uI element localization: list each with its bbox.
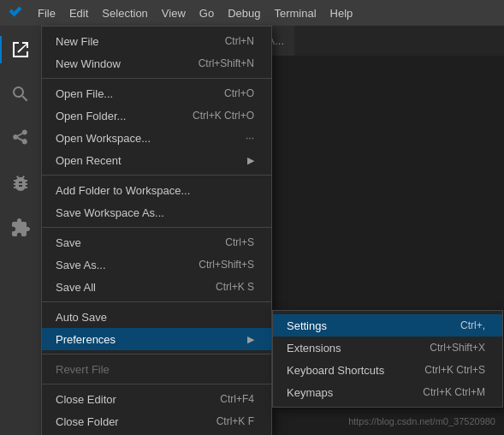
divider-3 <box>42 227 271 228</box>
menu-new-file[interactable]: New File Ctrl+N <box>42 30 271 52</box>
menu-debug[interactable]: Debug <box>221 3 267 23</box>
extensions-label: Extensions <box>287 342 412 355</box>
menu-save-workspace[interactable]: Save Workspace As... <box>42 201 271 223</box>
menu-new-window[interactable]: New Window Ctrl+Shift+N <box>42 52 271 74</box>
revert-file-label: Revert File <box>56 363 254 376</box>
save-label: Save <box>56 236 208 249</box>
url-watermark: https://blog.csdn.net/m0_37520980 <box>348 416 495 426</box>
save-shortcut: Ctrl+S <box>225 236 254 248</box>
divider-4 <box>42 301 271 302</box>
close-folder-label: Close Folder <box>56 415 199 428</box>
menu-preferences[interactable]: Preferences ▶ <box>42 328 271 350</box>
menu-open-folder[interactable]: Open Folder... Ctrl+K Ctrl+O <box>42 104 271 127</box>
new-window-shortcut: Ctrl+Shift+N <box>199 57 254 69</box>
keyboard-shortcuts-shortcut: Ctrl+K Ctrl+S <box>424 364 485 376</box>
menu-save[interactable]: Save Ctrl+S <box>42 231 271 253</box>
save-all-shortcut: Ctrl+K S <box>216 281 254 293</box>
menu-open-file[interactable]: Open File... Ctrl+O <box>42 82 271 104</box>
watermark-text: https://blog.csdn.net/m0_37520980 <box>348 416 495 426</box>
new-file-label: New File <box>56 35 208 48</box>
settings-shortcut: Ctrl+, <box>460 319 485 331</box>
save-as-shortcut: Ctrl+Shift+S <box>199 259 254 271</box>
app-logo <box>3 5 27 21</box>
submenu-settings[interactable]: Settings Ctrl+, <box>273 314 502 337</box>
preferences-label: Preferences <box>56 333 244 346</box>
save-all-label: Save All <box>56 281 199 294</box>
save-as-label: Save As... <box>56 259 181 271</box>
preferences-arrow: ▶ <box>247 334 254 345</box>
menu-file[interactable]: File <box>31 3 62 23</box>
open-recent-arrow: ▶ <box>247 155 254 166</box>
add-folder-label: Add Folder to Workspace... <box>56 184 254 197</box>
submenu-extensions[interactable]: Extensions Ctrl+Shift+X <box>273 337 502 359</box>
close-folder-shortcut: Ctrl+K F <box>216 415 254 427</box>
preferences-submenu: Settings Ctrl+, Extensions Ctrl+Shift+X … <box>272 310 503 408</box>
menu-save-all[interactable]: Save All Ctrl+K S <box>42 276 271 298</box>
menu-go[interactable]: Go <box>193 3 221 23</box>
menu-revert-file: Revert File <box>42 358 271 380</box>
new-window-label: New Window <box>56 57 181 70</box>
settings-label: Settings <box>287 319 443 332</box>
menu-open-recent[interactable]: Open Recent ▶ <box>42 149 271 171</box>
open-file-label: Open File... <box>56 87 207 100</box>
close-editor-label: Close Editor <box>56 393 203 406</box>
menu-edit[interactable]: Edit <box>62 3 95 23</box>
menu-save-as[interactable]: Save As... Ctrl+Shift+S <box>42 253 271 276</box>
open-workspace-shortcut: ··· <box>246 132 254 144</box>
divider-5 <box>42 354 271 355</box>
keyboard-shortcuts-label: Keyboard Shortcuts <box>287 364 407 377</box>
menu-close-editor[interactable]: Close Editor Ctrl+F4 <box>42 388 271 410</box>
auto-save-label: Auto Save <box>56 311 254 324</box>
keymaps-label: Keymaps <box>287 386 406 399</box>
menu-add-folder[interactable]: Add Folder to Workspace... <box>42 179 271 201</box>
menu-view[interactable]: View <box>155 3 193 23</box>
open-workspace-label: Open Workspace... <box>56 132 228 145</box>
new-file-shortcut: Ctrl+N <box>225 35 254 47</box>
open-folder-label: Open Folder... <box>56 110 175 122</box>
menu-bar: File Edit Selection View Go Debug Termin… <box>0 0 504 26</box>
save-workspace-label: Save Workspace As... <box>56 206 254 219</box>
dropdown-overlay: New File Ctrl+N New Window Ctrl+Shift+N … <box>0 26 504 435</box>
open-folder-shortcut: Ctrl+K Ctrl+O <box>193 110 254 122</box>
open-recent-label: Open Recent <box>56 154 244 167</box>
divider-6 <box>42 384 271 384</box>
menu-close-folder[interactable]: Close Folder Ctrl+K F <box>42 410 271 432</box>
open-file-shortcut: Ctrl+O <box>224 87 254 99</box>
menu-help[interactable]: Help <box>323 3 360 23</box>
menu-auto-save[interactable]: Auto Save <box>42 306 271 328</box>
submenu-keyboard-shortcuts[interactable]: Keyboard Shortcuts Ctrl+K Ctrl+S <box>273 359 502 381</box>
extensions-shortcut: Ctrl+Shift+X <box>430 342 485 354</box>
divider-1 <box>42 78 271 79</box>
menu-terminal[interactable]: Terminal <box>267 3 323 23</box>
menu-open-workspace[interactable]: Open Workspace... ··· <box>42 127 271 149</box>
menu-selection[interactable]: Selection <box>95 3 154 23</box>
submenu-keymaps[interactable]: Keymaps Ctrl+K Ctrl+M <box>273 381 502 403</box>
file-menu: New File Ctrl+N New Window Ctrl+Shift+N … <box>41 26 272 435</box>
close-editor-shortcut: Ctrl+F4 <box>220 393 254 405</box>
divider-2 <box>42 175 271 176</box>
keymaps-shortcut: Ctrl+K Ctrl+M <box>423 386 485 398</box>
